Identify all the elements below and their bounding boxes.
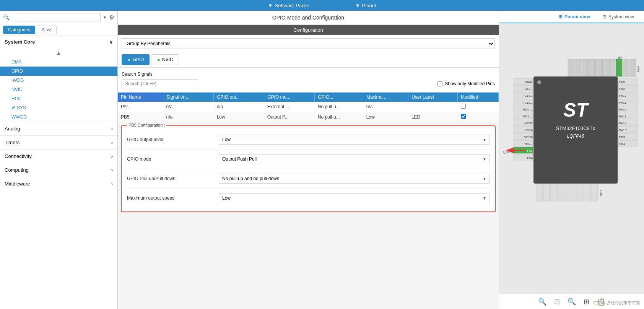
gpio-output-level-row: GPIO output level Low High	[127, 130, 490, 150]
pinout-menu[interactable]: ▼ Pinout	[348, 3, 384, 8]
gpio-output-level-select[interactable]: Low High	[219, 135, 490, 145]
chip-package: LQFP48	[567, 133, 584, 139]
right-panel: ⊞ Pinout view ⊟ System view VDD	[499, 11, 644, 309]
max-speed-select[interactable]: Low Medium High	[219, 193, 490, 203]
max-speed-wrapper: Low Medium High	[219, 193, 490, 203]
nvic-tab[interactable]: ● NVIC	[151, 54, 179, 65]
nvic-dot-icon: ●	[157, 57, 160, 63]
categories-tab[interactable]: Categories	[3, 26, 35, 34]
config-header: Configuration	[118, 25, 499, 35]
svg-text:PA13: PA13	[619, 115, 627, 118]
cell-signal-on: n/a	[163, 112, 214, 122]
group-by-dropdown[interactable]: Group By Peripherals	[122, 38, 495, 49]
svg-text:PB10: PB10	[600, 190, 603, 196]
svg-rect-12	[609, 59, 615, 76]
svg-rect-80	[585, 184, 591, 201]
max-speed-row: Maximum output speed Low Medium High	[127, 189, 490, 208]
svg-text:PA14: PA14	[619, 122, 627, 125]
bottom-toolbar: 🔍 ⊡ 🔍 ⊞ 📋 CSDN @旺仔的李宁宇宙	[499, 294, 644, 309]
pinout-view-icon: ⊞	[558, 14, 563, 20]
pinout-view-tab[interactable]: ⊞ Pinout view	[552, 11, 596, 23]
sidebar: 🔍 ▼ ⚙ Categories A->Z System Core ∨ ▲ DM…	[0, 11, 118, 309]
modified-pins-checkbox[interactable]	[437, 81, 442, 86]
chevron-down-icon: ∨	[109, 39, 113, 45]
center-panel: GPIO Mode and Configuration Configuratio…	[118, 11, 499, 309]
system-view-tab[interactable]: ⊟ System view	[596, 11, 640, 23]
cell-gpio: No pull-u...	[315, 102, 363, 112]
software-packs-menu[interactable]: ▼ Software Packs	[260, 3, 317, 8]
right-pins-group: PA8 PA9 PA10 PA11 PA12 PA13 PA14 PA15	[618, 78, 637, 146]
chevron-icon: ▼	[268, 3, 273, 8]
pb5-config-section: PB5 Configuration : GPIO output level Lo…	[121, 125, 496, 212]
col-user-label[interactable]: User Label	[408, 93, 458, 102]
dropdown-arrow-icon: ▼	[103, 15, 107, 20]
col-gpio[interactable]: GPIO...	[315, 93, 363, 102]
col-gpio-mode[interactable]: GPIO mo...	[264, 93, 315, 102]
table-row: PA1 n/a n/a External ... No pull-u... n/…	[118, 102, 499, 112]
gpio-dot-icon: ●	[127, 57, 130, 63]
cell-gpio-out: Low	[214, 112, 264, 122]
sidebar-item-wwdg[interactable]: WWDG	[0, 112, 117, 122]
top-bar: ▼ Software Packs ▼ Pinout	[0, 0, 644, 11]
svg-rect-6	[589, 59, 595, 76]
sidebar-category-computing[interactable]: Computing ›	[0, 163, 117, 177]
table-row: PB5 n/a Low Output P... No pull-u... Low…	[118, 112, 499, 122]
sidebar-item-gpio[interactable]: GPIO	[0, 67, 117, 76]
chip-diagram: VDD VSS PB9 PB8	[503, 55, 641, 277]
az-tab[interactable]: A->Z	[37, 26, 57, 34]
config-header-label: Configuration	[293, 27, 323, 33]
signals-row: Show only Modified Pins	[122, 79, 495, 88]
gear-icon[interactable]: ⚙	[109, 14, 114, 21]
zoom-in-icon[interactable]: 🔍	[538, 298, 546, 306]
sidebar-category-middleware[interactable]: Middleware ›	[0, 177, 117, 190]
search-bar: 🔍 ▼ ⚙	[0, 11, 117, 24]
search-signals-input[interactable]	[122, 79, 198, 88]
zoom-out-icon[interactable]: 🔍	[568, 298, 576, 306]
gpio-pullupdown-select[interactable]: No pull-up and no pull-down Pull-up Pull…	[219, 174, 490, 184]
sidebar-category-timers[interactable]: Timers ›	[0, 135, 117, 149]
chevron-right-icon: ›	[111, 140, 113, 145]
sidebar-item-iwdg[interactable]: IWDG	[0, 76, 117, 85]
sidebar-item-dma[interactable]: DMA	[0, 57, 117, 67]
svg-rect-66	[537, 184, 543, 201]
system-core-section: System Core ∨ ▲ DMA GPIO IWDG NVIC RCC ✔…	[0, 36, 117, 122]
svg-rect-0	[568, 59, 574, 76]
sidebar-category-analog[interactable]: Analog ›	[0, 122, 117, 135]
gpio-tab[interactable]: ● GPIO	[122, 54, 150, 65]
category-tab-row: Categories A->Z	[0, 24, 117, 36]
svg-rect-19	[630, 59, 636, 76]
sidebar-item-sys[interactable]: ✔ SYS	[0, 103, 117, 112]
search-input[interactable]	[12, 13, 101, 21]
svg-text:PA1: PA1	[527, 149, 533, 153]
chevron-right-icon: ›	[111, 167, 113, 173]
svg-text:PD1-...: PD1-...	[523, 115, 533, 118]
col-modified[interactable]: Modified	[458, 93, 499, 102]
fit-icon[interactable]: ⊡	[554, 298, 560, 306]
collapse-arrow[interactable]: ▲	[0, 48, 117, 57]
col-gpio-out[interactable]: GPIO out...	[214, 93, 264, 102]
system-core-label: System Core	[5, 39, 35, 45]
sidebar-item-nvic[interactable]: NVIC	[0, 85, 117, 94]
system-view-label: System view	[608, 14, 634, 20]
sidebar-category-connectivity[interactable]: Connectivity ›	[0, 149, 117, 163]
svg-rect-78	[578, 184, 584, 201]
st-logo: ST	[563, 99, 589, 121]
cell-user-label	[408, 102, 458, 112]
sidebar-item-rcc[interactable]: RCC	[0, 94, 117, 103]
svg-text:VSSA: VSSA	[524, 128, 533, 132]
chip-area: VDD VSS PB9 PB8	[499, 23, 644, 309]
system-core-header[interactable]: System Core ∨	[0, 36, 117, 48]
col-pin-name[interactable]: Pin Name	[118, 93, 163, 102]
col-signal-on[interactable]: Signal on...	[163, 93, 214, 102]
modified-checkbox-pb5[interactable]	[461, 114, 466, 119]
svg-text:PA15: PA15	[619, 128, 627, 132]
sys-label: SYS	[17, 105, 26, 111]
col-maximum[interactable]: Maximu...	[363, 93, 408, 102]
cell-user-label: LED	[408, 112, 458, 122]
modified-pins-row: Show only Modified Pins	[437, 81, 495, 86]
pb5-config-title: PB5 Configuration :	[127, 123, 166, 127]
modified-checkbox-pa1[interactable]	[461, 104, 466, 109]
svg-text:PD0-...: PD0-...	[523, 108, 533, 111]
gpio-mode-select[interactable]: Output Push Pull Output Open Drain	[219, 154, 490, 164]
grid-icon[interactable]: ⊞	[584, 298, 589, 306]
